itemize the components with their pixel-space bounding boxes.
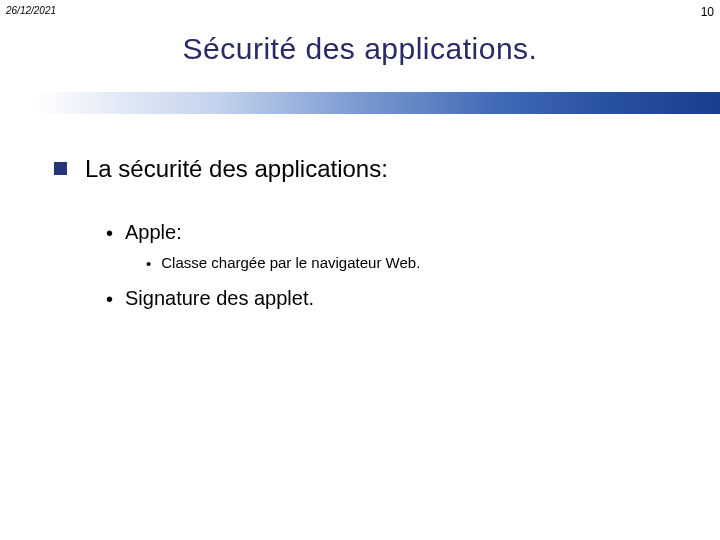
bullet-level2: • Apple: [106,221,700,244]
slide-title: Sécurité des applications. [0,32,720,66]
square-bullet-icon [54,162,67,175]
page-number: 10 [701,5,714,19]
dot-bullet-icon: • [106,288,113,310]
dot-bullet-icon: • [106,222,113,244]
bullet-level2-text: Apple: [125,221,182,244]
side-label: JAAS [0,492,2,520]
header-date: 26/12/2021 [6,5,56,16]
bullet-level3: • Classe chargée par le navigateur Web. [146,254,700,273]
bullet-level3-text: Classe chargée par le navigateur Web. [161,254,420,271]
bullet-level1-text: La sécurité des applications: [85,155,388,183]
bullet-level2: • Signature des applet. [106,287,700,310]
bullet-level2-text: Signature des applet. [125,287,314,310]
slide-body: La sécurité des applications: • Apple: •… [54,155,700,320]
dot-bullet-icon: • [146,255,151,273]
bullet-level1: La sécurité des applications: [54,155,700,183]
title-separator-bar [0,92,720,114]
